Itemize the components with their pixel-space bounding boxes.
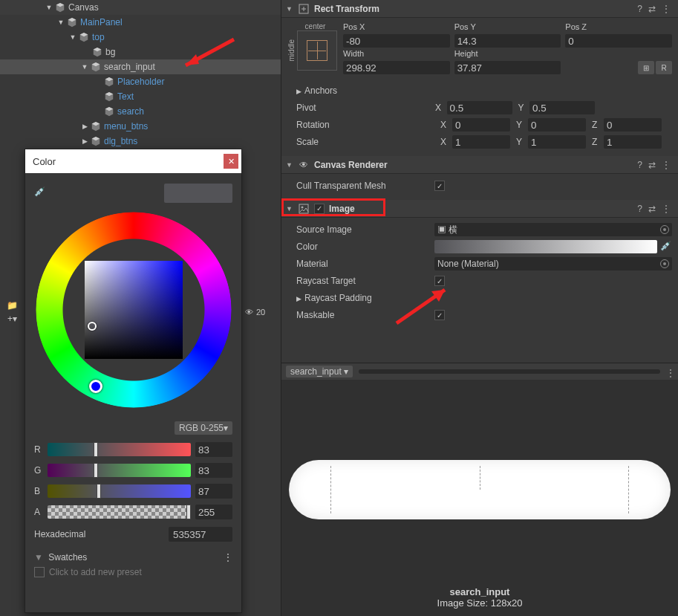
component-header-image[interactable]: ▼ ✓ Image ? ⇄ ⋮ [281,200,678,218]
posy-label: Pos Y [454,22,561,33]
menu-icon[interactable]: ⋮ [662,204,671,214]
preview-menu-icon[interactable]: ⋮ [666,368,674,375]
color-field[interactable] [434,240,657,253]
posz-input[interactable] [565,34,672,48]
component-title: Rect Transform [314,4,634,14]
foldout[interactable]: ▼ [80,62,89,71]
scale-y-input[interactable] [528,135,586,149]
help-icon[interactable]: ? [637,204,642,214]
hue-cursor[interactable] [89,380,102,393]
rot-x-input[interactable] [452,118,510,132]
add-preset-button[interactable]: Click to add new preset [34,567,232,577]
raycast-padding-label[interactable]: ▶Raycast Padding [287,293,434,303]
sv-cursor[interactable] [88,322,97,331]
preset-icon[interactable]: ⇄ [648,204,656,214]
add-icon[interactable]: +▾ [7,314,17,324]
swatches-foldout[interactable]: ▼ [34,552,43,562]
preset-icon[interactable]: ⇄ [648,160,656,170]
menu-icon[interactable]: ⋮ [662,160,671,170]
posy-input[interactable] [454,34,561,48]
image-enable-checkbox[interactable]: ✓ [314,204,325,214]
scale-x-input[interactable] [452,135,510,149]
object-picker-icon[interactable] [660,259,669,268]
anchors-label[interactable]: ▶Anchors [287,85,434,96]
anchor-preset-button[interactable] [297,30,337,71]
tree-row-top[interactable]: ▼ top [0,30,281,45]
tree-row-search[interactable]: search [0,104,281,119]
maskable-checkbox[interactable]: ✓ [434,310,445,320]
preview-tab[interactable]: search_input ▾ [286,366,353,377]
material-field[interactable]: None (Material) [434,257,672,270]
tree-row-mainpanel[interactable]: ▼ MainPanel [0,15,281,30]
blueprint-button[interactable]: ⊞ [638,61,654,74]
foldout-icon[interactable]: ▼ [286,5,295,13]
width-input[interactable] [343,61,450,74]
eyedropper-icon[interactable]: 💉 [34,187,48,200]
gameobject-icon [91,62,101,72]
sv-box[interactable] [85,261,183,359]
color-picker-window: Color ✕ 💉 RGB 0-255▾ R [25,149,242,613]
tree-row-dlg-btns[interactable]: ▶ dlg_btns [0,134,281,149]
eyedropper-icon[interactable]: 💉 [660,241,672,253]
foldout[interactable]: ▶ [80,137,89,146]
rot-y-input[interactable] [528,118,586,132]
preset-icon[interactable]: ⇄ [648,4,656,14]
height-input[interactable] [454,61,561,74]
rot-z-input[interactable] [604,118,662,132]
pivot-x-input[interactable] [447,101,512,114]
source-image-field[interactable]: ▣ 横 [434,223,672,236]
color-mode-dropdown[interactable]: RGB 0-255▾ [175,421,232,435]
raycast-checkbox[interactable]: ✓ [434,276,445,286]
pivot-y-input[interactable] [529,101,595,114]
folder-icon[interactable]: 📁 [7,300,18,311]
component-header-rect[interactable]: ▼ Rect Transform ? ⇄ ⋮ [281,0,678,18]
node-label: dlg_btns [104,136,137,146]
canvas-renderer-icon: 👁 [298,159,310,171]
a-input[interactable] [195,505,232,519]
tree-row-text[interactable]: Text [0,89,281,104]
tree-row-menu-btns[interactable]: ▶ menu_btns [0,119,281,134]
swatches-label: Swatches [48,552,87,562]
raw-edit-button[interactable]: R [656,61,672,74]
node-label: top [92,32,105,42]
help-icon[interactable]: ? [637,160,642,170]
foldout[interactable]: ▼ [45,3,53,12]
r-slider[interactable] [48,443,191,456]
help-icon[interactable]: ? [637,4,642,14]
cull-checkbox[interactable]: ✓ [434,181,445,191]
component-header-canvasrenderer[interactable]: ▼ 👁 Canvas Renderer ? ⇄ ⋮ [281,156,678,174]
posx-input[interactable] [343,34,450,48]
rect-transform-icon [298,3,310,15]
g-input[interactable] [195,463,232,478]
source-image-label: Source Image [287,224,434,235]
r-input[interactable] [195,442,232,457]
hex-input[interactable] [169,527,232,542]
close-button[interactable]: ✕ [224,154,238,169]
color-picker-titlebar[interactable]: Color ✕ [25,149,241,173]
scale-z-input[interactable] [604,135,662,149]
gameobject-icon [104,77,114,87]
tree-row-search-input[interactable]: ▼ search_input [0,59,281,74]
tree-row-placeholder[interactable]: Placeholder [0,74,281,89]
swatches-menu-icon[interactable]: ⋮ [224,552,232,562]
menu-icon[interactable]: ⋮ [662,4,671,14]
component-title: Image [329,204,634,214]
visibility-icon[interactable]: 👁 [245,308,253,317]
preview-zoom-slider[interactable] [359,369,660,374]
object-picker-icon[interactable] [660,225,669,234]
b-slider[interactable] [48,484,191,498]
node-label: Text [117,91,134,102]
foldout-icon[interactable]: ▼ [286,205,295,213]
a-slider[interactable] [48,505,191,519]
foldout[interactable]: ▶ [80,122,89,131]
tree-row-canvas[interactable]: ▼ Canvas [0,0,281,15]
gameobject-icon [79,32,89,42]
color-wheel[interactable] [36,212,232,408]
foldout[interactable]: ▼ [56,18,65,27]
b-input[interactable] [195,484,232,499]
foldout-icon[interactable]: ▼ [286,161,295,169]
empty-swatch-icon [34,567,45,577]
g-slider[interactable] [48,464,191,477]
tree-row-bg[interactable]: bg [0,45,281,59]
foldout[interactable]: ▼ [68,33,77,42]
